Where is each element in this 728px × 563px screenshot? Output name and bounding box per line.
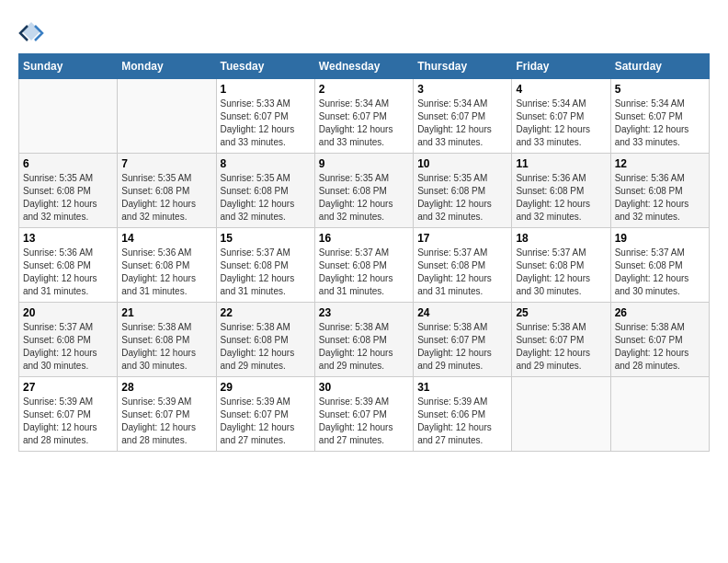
- day-info: Sunrise: 5:33 AM Sunset: 6:07 PM Dayligh…: [221, 98, 311, 149]
- calendar-cell: 19Sunrise: 5:37 AM Sunset: 6:08 PM Dayli…: [610, 228, 709, 303]
- day-number: 12: [615, 157, 705, 170]
- day-number: 28: [121, 381, 211, 394]
- day-info: Sunrise: 5:35 AM Sunset: 6:08 PM Dayligh…: [121, 172, 211, 224]
- calendar-cell: [19, 79, 118, 154]
- weekday-header-tuesday: Tuesday: [216, 54, 314, 79]
- day-info: Sunrise: 5:38 AM Sunset: 6:08 PM Dayligh…: [319, 321, 409, 373]
- day-info: Sunrise: 5:37 AM Sunset: 6:08 PM Dayligh…: [221, 247, 311, 298]
- day-info: Sunrise: 5:34 AM Sunset: 6:07 PM Dayligh…: [417, 98, 507, 149]
- day-number: 4: [516, 83, 606, 96]
- logo: [18, 18, 46, 44]
- calendar-cell: 17Sunrise: 5:37 AM Sunset: 6:08 PM Dayli…: [414, 228, 512, 303]
- day-number: 21: [121, 306, 211, 319]
- calendar-week-5: 27Sunrise: 5:39 AM Sunset: 6:07 PM Dayli…: [19, 377, 710, 452]
- day-number: 22: [221, 306, 311, 319]
- page-header: [18, 18, 710, 44]
- calendar-cell: 22Sunrise: 5:38 AM Sunset: 6:08 PM Dayli…: [216, 303, 314, 377]
- calendar-cell: 11Sunrise: 5:36 AM Sunset: 6:08 PM Dayli…: [512, 154, 610, 228]
- calendar-cell: 8Sunrise: 5:35 AM Sunset: 6:08 PM Daylig…: [216, 154, 314, 228]
- weekday-header-row: SundayMondayTuesdayWednesdayThursdayFrid…: [19, 54, 710, 79]
- day-info: Sunrise: 5:37 AM Sunset: 6:08 PM Dayligh…: [615, 247, 705, 298]
- weekday-header-friday: Friday: [512, 54, 610, 79]
- day-number: 14: [121, 232, 211, 245]
- day-info: Sunrise: 5:37 AM Sunset: 6:08 PM Dayligh…: [417, 247, 507, 298]
- day-number: 23: [319, 306, 409, 319]
- day-info: Sunrise: 5:34 AM Sunset: 6:07 PM Dayligh…: [516, 98, 606, 149]
- calendar-header: SundayMondayTuesdayWednesdayThursdayFrid…: [19, 54, 710, 79]
- calendar-cell: 3Sunrise: 5:34 AM Sunset: 6:07 PM Daylig…: [414, 79, 512, 154]
- day-info: Sunrise: 5:38 AM Sunset: 6:08 PM Dayligh…: [221, 321, 311, 373]
- day-number: 16: [319, 232, 409, 245]
- day-info: Sunrise: 5:37 AM Sunset: 6:08 PM Dayligh…: [516, 247, 606, 298]
- calendar-table: SundayMondayTuesdayWednesdayThursdayFrid…: [18, 53, 710, 452]
- day-number: 29: [221, 381, 311, 394]
- calendar-cell: 24Sunrise: 5:38 AM Sunset: 6:07 PM Dayli…: [414, 303, 512, 377]
- day-info: Sunrise: 5:34 AM Sunset: 6:07 PM Dayligh…: [319, 98, 409, 149]
- day-number: 3: [417, 83, 507, 96]
- day-info: Sunrise: 5:35 AM Sunset: 6:08 PM Dayligh…: [23, 172, 113, 224]
- day-number: 7: [121, 157, 211, 170]
- calendar-cell: 16Sunrise: 5:37 AM Sunset: 6:08 PM Dayli…: [314, 228, 413, 303]
- day-number: 6: [23, 157, 113, 170]
- day-number: 25: [516, 306, 606, 319]
- calendar-cell: 28Sunrise: 5:39 AM Sunset: 6:07 PM Dayli…: [118, 377, 216, 452]
- day-number: 10: [417, 157, 507, 170]
- calendar-cell: 23Sunrise: 5:38 AM Sunset: 6:08 PM Dayli…: [314, 303, 413, 377]
- day-number: 27: [23, 381, 113, 394]
- weekday-header-saturday: Saturday: [610, 54, 709, 79]
- calendar-cell: 31Sunrise: 5:39 AM Sunset: 6:06 PM Dayli…: [414, 377, 512, 452]
- calendar-week-4: 20Sunrise: 5:37 AM Sunset: 6:08 PM Dayli…: [19, 303, 710, 377]
- calendar-cell: 9Sunrise: 5:35 AM Sunset: 6:08 PM Daylig…: [314, 154, 413, 228]
- day-info: Sunrise: 5:35 AM Sunset: 6:08 PM Dayligh…: [221, 172, 311, 224]
- day-info: Sunrise: 5:36 AM Sunset: 6:08 PM Dayligh…: [23, 247, 113, 298]
- day-number: 5: [615, 83, 705, 96]
- day-number: 2: [319, 83, 409, 96]
- day-number: 8: [221, 157, 311, 170]
- day-info: Sunrise: 5:36 AM Sunset: 6:08 PM Dayligh…: [615, 172, 705, 224]
- calendar-cell: [610, 377, 709, 452]
- day-info: Sunrise: 5:39 AM Sunset: 6:07 PM Dayligh…: [221, 396, 311, 447]
- day-info: Sunrise: 5:39 AM Sunset: 6:07 PM Dayligh…: [319, 396, 409, 447]
- day-info: Sunrise: 5:36 AM Sunset: 6:08 PM Dayligh…: [121, 247, 211, 298]
- day-number: 13: [23, 232, 113, 245]
- calendar-cell: 25Sunrise: 5:38 AM Sunset: 6:07 PM Dayli…: [512, 303, 610, 377]
- day-number: 30: [319, 381, 409, 394]
- day-number: 24: [417, 306, 507, 319]
- weekday-header-thursday: Thursday: [414, 54, 512, 79]
- day-number: 11: [516, 157, 606, 170]
- calendar-cell: 29Sunrise: 5:39 AM Sunset: 6:07 PM Dayli…: [216, 377, 314, 452]
- day-info: Sunrise: 5:37 AM Sunset: 6:08 PM Dayligh…: [23, 321, 113, 373]
- weekday-header-monday: Monday: [118, 54, 216, 79]
- day-number: 18: [516, 232, 606, 245]
- calendar-cell: 5Sunrise: 5:34 AM Sunset: 6:07 PM Daylig…: [610, 79, 709, 154]
- calendar-cell: 21Sunrise: 5:38 AM Sunset: 6:08 PM Dayli…: [118, 303, 216, 377]
- day-number: 31: [417, 381, 507, 394]
- calendar-cell: 1Sunrise: 5:33 AM Sunset: 6:07 PM Daylig…: [216, 79, 314, 154]
- calendar-cell: 15Sunrise: 5:37 AM Sunset: 6:08 PM Dayli…: [216, 228, 314, 303]
- logo-icon: [18, 18, 44, 44]
- calendar-cell: 4Sunrise: 5:34 AM Sunset: 6:07 PM Daylig…: [512, 79, 610, 154]
- calendar-cell: 18Sunrise: 5:37 AM Sunset: 6:08 PM Dayli…: [512, 228, 610, 303]
- calendar-cell: 30Sunrise: 5:39 AM Sunset: 6:07 PM Dayli…: [314, 377, 413, 452]
- calendar-cell: 12Sunrise: 5:36 AM Sunset: 6:08 PM Dayli…: [610, 154, 709, 228]
- calendar-cell: 7Sunrise: 5:35 AM Sunset: 6:08 PM Daylig…: [118, 154, 216, 228]
- weekday-header-sunday: Sunday: [19, 54, 118, 79]
- day-number: 26: [615, 306, 705, 319]
- day-info: Sunrise: 5:38 AM Sunset: 6:07 PM Dayligh…: [615, 321, 705, 373]
- day-number: 15: [221, 232, 311, 245]
- calendar-cell: 2Sunrise: 5:34 AM Sunset: 6:07 PM Daylig…: [314, 79, 413, 154]
- calendar-cell: 27Sunrise: 5:39 AM Sunset: 6:07 PM Dayli…: [19, 377, 118, 452]
- day-info: Sunrise: 5:38 AM Sunset: 6:07 PM Dayligh…: [516, 321, 606, 373]
- weekday-header-wednesday: Wednesday: [314, 54, 413, 79]
- calendar-cell: 6Sunrise: 5:35 AM Sunset: 6:08 PM Daylig…: [19, 154, 118, 228]
- day-number: 19: [615, 232, 705, 245]
- calendar-cell: 26Sunrise: 5:38 AM Sunset: 6:07 PM Dayli…: [610, 303, 709, 377]
- calendar-week-3: 13Sunrise: 5:36 AM Sunset: 6:08 PM Dayli…: [19, 228, 710, 303]
- day-info: Sunrise: 5:38 AM Sunset: 6:08 PM Dayligh…: [121, 321, 211, 373]
- day-number: 20: [23, 306, 113, 319]
- calendar-cell: 14Sunrise: 5:36 AM Sunset: 6:08 PM Dayli…: [118, 228, 216, 303]
- day-number: 1: [221, 83, 311, 96]
- day-info: Sunrise: 5:38 AM Sunset: 6:07 PM Dayligh…: [417, 321, 507, 373]
- day-info: Sunrise: 5:34 AM Sunset: 6:07 PM Dayligh…: [615, 98, 705, 149]
- day-info: Sunrise: 5:39 AM Sunset: 6:07 PM Dayligh…: [23, 396, 113, 447]
